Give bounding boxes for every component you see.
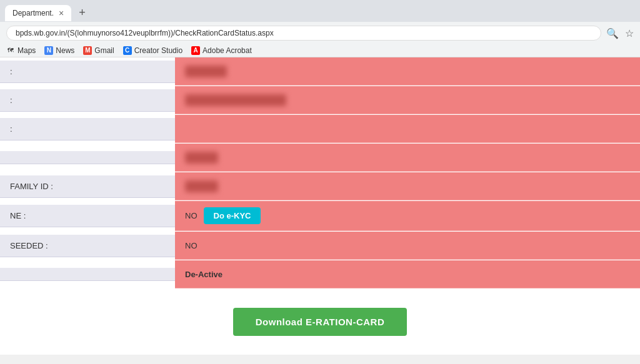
form-container: : •••••••••••• : •••••••••••••••••••••••… (0, 57, 640, 289)
label-4 (0, 151, 175, 164)
blurred-value-4: ••••••••• (185, 152, 218, 164)
bookmark-creator-studio[interactable]: C Creator Studio (123, 46, 182, 55)
label-family-id: FAMILY ID : (0, 175, 175, 198)
value-status: De-Active (175, 260, 640, 288)
label-1: : (0, 61, 175, 83)
form-row-status: De-Active (0, 260, 640, 289)
do-ekyc-button[interactable]: Do e-KYC (204, 207, 261, 224)
gmail-icon: M (83, 46, 92, 55)
seeded-status-text: NO (185, 241, 198, 250)
value-ne: NO Do e-KYC (175, 201, 640, 231)
status-text: De-Active (185, 270, 222, 279)
maps-icon: 🗺 (6, 46, 15, 55)
blurred-value-2: ••••••••••••••••••••••••••••••••• (185, 94, 286, 106)
form-row-seeded: SEEDED : NO (0, 232, 640, 260)
value-4: ••••••••• (175, 144, 640, 172)
new-tab-button[interactable]: + (74, 4, 91, 22)
star-icon[interactable]: ☆ (625, 27, 634, 39)
bookmark-creator-studio-label: Creator Studio (134, 46, 182, 55)
form-row-2: : ••••••••••••••••••••••••••••••••• (0, 86, 640, 115)
tab-bar: Department. × + (0, 0, 640, 22)
label-3: : (0, 118, 175, 140)
label-status (0, 268, 175, 281)
form-row-family-id: FAMILY ID : ••••••••• (0, 172, 640, 201)
form-row-1: : •••••••••••• (0, 57, 640, 86)
download-section: Download E-RATION-CARD (0, 289, 640, 355)
label-seeded: SEEDED : (0, 235, 175, 257)
creator-studio-icon: C (123, 46, 132, 55)
tab-title: Department. (12, 9, 54, 17)
download-eration-card-button[interactable]: Download E-RATION-CARD (233, 308, 408, 336)
form-row-4: ••••••••• (0, 144, 640, 172)
ne-status-text: NO (185, 211, 198, 220)
adobe-acrobat-icon: A (191, 46, 200, 55)
news-icon: N (44, 46, 53, 55)
value-3 (175, 115, 640, 143)
browser-icons: 🔍 ☆ (606, 27, 634, 39)
form-row-3: : (0, 115, 640, 144)
active-tab[interactable]: Department. × (5, 5, 71, 21)
value-family-id: ••••••••• (175, 172, 640, 200)
value-2: ••••••••••••••••••••••••••••••••• (175, 86, 640, 114)
browser-chrome: Department. × + bpds.wb.gov.in/(S(lohmuy… (0, 0, 640, 57)
blurred-value-1: •••••••••••• (185, 66, 227, 77)
label-ne: NE : (0, 205, 175, 227)
bookmark-gmail-label: Gmail (94, 46, 114, 55)
bookmark-maps[interactable]: 🗺 Maps (6, 46, 36, 55)
address-bar[interactable]: bpds.wb.gov.in/(S(lohmuynorso412veuplbrr… (6, 26, 601, 41)
label-2: : (0, 89, 175, 112)
value-1: •••••••••••• (175, 57, 640, 86)
tab-close-button[interactable]: × (59, 9, 64, 17)
zoom-icon[interactable]: 🔍 (606, 27, 619, 39)
bookmark-news[interactable]: N News (44, 46, 74, 55)
form-row-ne: NE : NO Do e-KYC (0, 201, 640, 232)
address-bar-row: bpds.wb.gov.in/(S(lohmuynorso412veuplbrr… (0, 22, 640, 44)
value-seeded: NO (175, 232, 640, 260)
bookmark-adobe-acrobat-label: Adobe Acrobat (202, 46, 252, 55)
bookmark-news-label: News (56, 46, 74, 55)
bookmarks-bar: 🗺 Maps N News M Gmail C Creator Studio A… (0, 44, 640, 57)
blurred-family-id: ••••••••• (185, 180, 218, 192)
bookmark-maps-label: Maps (18, 46, 36, 55)
bookmark-adobe-acrobat[interactable]: A Adobe Acrobat (191, 46, 252, 55)
bookmark-gmail[interactable]: M Gmail (83, 46, 114, 55)
url-text: bpds.wb.gov.in/(S(lohmuynorso412veuplbrr… (16, 29, 592, 37)
page-content: : •••••••••••• : •••••••••••••••••••••••… (0, 57, 640, 355)
